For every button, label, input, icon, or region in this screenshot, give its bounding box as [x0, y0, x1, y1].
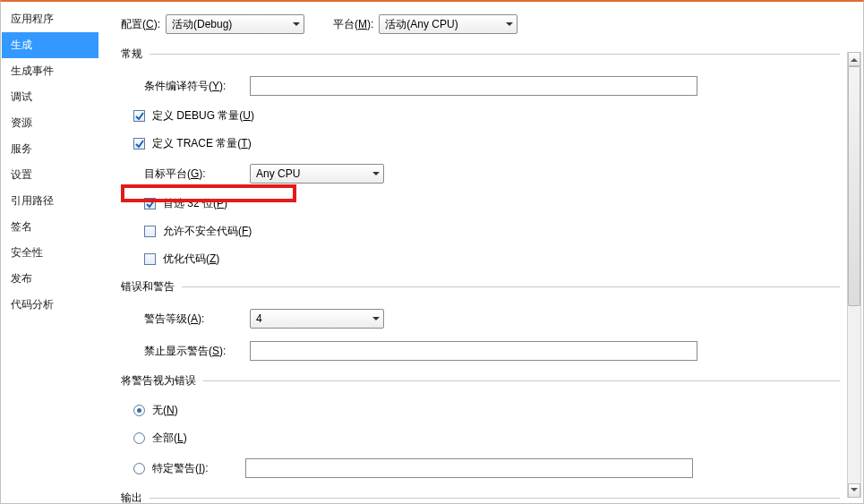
treat-none-label: 无(N) — [152, 403, 178, 418]
row-target-platform: 目标平台(G): Any CPU — [144, 164, 840, 184]
sidebar-item-security[interactable]: 安全性 — [2, 240, 98, 266]
row-trace-const: 定义 TRACE 常量(T) — [133, 136, 840, 151]
unsafe-code-label: 允许不安全代码(F) — [163, 224, 252, 239]
treat-specific-radio[interactable] — [133, 463, 145, 474]
configuration-label: 配置(C): — [121, 17, 160, 32]
sidebar-item-debug[interactable]: 调试 — [2, 84, 98, 110]
vertical-scrollbar[interactable] — [847, 52, 861, 498]
row-symbols: 条件编译符号(Y): — [144, 76, 840, 96]
prefer-32bit-checkbox[interactable] — [144, 198, 156, 209]
scroll-thumb[interactable] — [848, 66, 860, 306]
sidebar-item-services[interactable]: 服务 — [2, 136, 98, 162]
trace-const-label: 定义 TRACE 常量(T) — [152, 136, 252, 151]
warning-level-value: 4 — [256, 312, 262, 325]
optimize-code-checkbox[interactable] — [144, 253, 156, 265]
row-treat-specific: 特定警告(I): — [133, 458, 840, 478]
row-debug-const: 定义 DEBUG 常量(U) — [133, 108, 840, 124]
sidebar-item-signing[interactable]: 签名 — [2, 214, 98, 240]
scroll-down-button[interactable] — [848, 483, 860, 498]
trace-const-checkbox[interactable] — [133, 138, 145, 149]
chevron-down-icon — [372, 317, 380, 324]
chevron-down-icon — [372, 172, 380, 179]
sidebar-item-publish[interactable]: 发布 — [2, 266, 98, 292]
row-suppress-warnings: 禁止显示警告(S): — [144, 341, 840, 361]
unsafe-code-checkbox[interactable] — [144, 226, 156, 237]
section-output: 输出 — [121, 491, 840, 504]
sidebar-item-application[interactable]: 应用程序 — [2, 6, 98, 32]
row-unsafe: 允许不安全代码(F) — [144, 224, 840, 239]
treat-all-radio[interactable] — [133, 432, 145, 444]
suppress-warnings-input[interactable] — [250, 341, 697, 361]
content-area: 配置(C): 活动(Debug) 平台(M): 活动(Any CPU) 常规 条… — [108, 2, 863, 503]
treat-none-radio[interactable] — [133, 405, 145, 416]
optimize-code-label: 优化代码(Z) — [163, 252, 219, 267]
chevron-down-icon — [293, 22, 300, 30]
chevron-down-icon — [506, 22, 513, 30]
section-general: 常规 — [121, 47, 840, 62]
configuration-combo[interactable]: 活动(Debug) — [166, 14, 304, 34]
project-properties-page: 应用程序 生成 生成事件 调试 资源 服务 设置 引用路径 签名 安全性 发布 … — [0, 0, 864, 504]
platform-label: 平台(M): — [333, 17, 373, 32]
target-platform-label: 目标平台(G): — [144, 167, 243, 182]
sidebar-item-reference-paths[interactable]: 引用路径 — [2, 188, 98, 214]
scroll-area: 常规 条件编译符号(Y): 定义 DEBUG 常量(U) 定义 TRACE 常量… — [108, 47, 863, 503]
platform-combo[interactable]: 活动(Any CPU) — [379, 14, 518, 34]
suppress-warnings-label: 禁止显示警告(S): — [144, 344, 243, 359]
target-platform-value: Any CPU — [256, 167, 300, 180]
sidebar: 应用程序 生成 生成事件 调试 资源 服务 设置 引用路径 签名 安全性 发布 … — [2, 6, 98, 318]
warning-level-label: 警告等级(A): — [144, 312, 243, 327]
row-optimize: 优化代码(Z) — [144, 252, 840, 267]
treat-specific-input[interactable] — [245, 458, 693, 478]
row-treat-all: 全部(L) — [133, 431, 840, 446]
config-row: 配置(C): 活动(Debug) 平台(M): 活动(Any CPU) — [121, 14, 845, 34]
warning-level-combo[interactable]: 4 — [250, 309, 384, 329]
debug-const-label: 定义 DEBUG 常量(U) — [152, 108, 254, 124]
row-warning-level: 警告等级(A): 4 — [144, 309, 840, 329]
sidebar-item-code-analysis[interactable]: 代码分析 — [2, 292, 98, 318]
row-treat-none: 无(N) — [133, 403, 840, 418]
symbols-input[interactable] — [250, 76, 697, 96]
sidebar-item-resources[interactable]: 资源 — [2, 110, 98, 136]
section-errors: 错误和警告 — [121, 279, 840, 295]
configuration-value: 活动(Debug) — [172, 17, 232, 32]
sidebar-item-build-events[interactable]: 生成事件 — [2, 58, 98, 84]
prefer-32bit-label: 首选 32 位(P) — [163, 196, 227, 211]
treat-specific-label: 特定警告(I): — [152, 461, 238, 476]
debug-const-checkbox[interactable] — [133, 110, 145, 122]
treat-all-label: 全部(L) — [152, 431, 187, 446]
scroll-up-button[interactable] — [848, 52, 860, 66]
section-treat-as-errors: 将警告视为错误 — [121, 373, 840, 389]
target-platform-combo[interactable]: Any CPU — [250, 164, 384, 184]
symbols-label: 条件编译符号(Y): — [144, 79, 243, 94]
platform-value: 活动(Any CPU) — [385, 17, 458, 32]
sidebar-item-build[interactable]: 生成 — [2, 32, 98, 58]
sidebar-item-settings[interactable]: 设置 — [2, 162, 98, 188]
row-prefer-32: 首选 32 位(P) — [144, 196, 840, 211]
